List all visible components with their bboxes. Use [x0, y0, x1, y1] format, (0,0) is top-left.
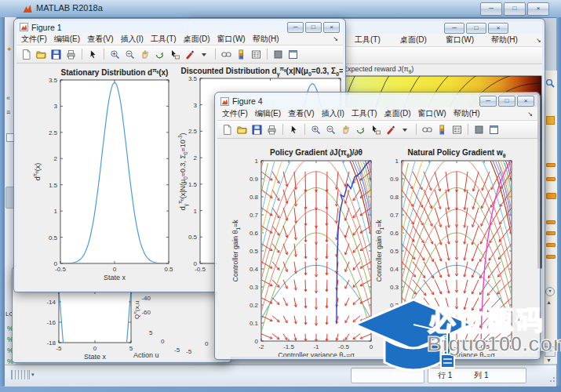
figure1-maximize-button[interactable]: □: [305, 22, 322, 33]
pan-icon[interactable]: [139, 49, 151, 60]
figure1-minimize-button[interactable]: ─: [287, 22, 304, 33]
insert-legend-icon[interactable]: [250, 49, 262, 60]
statusbar-col: 列 1: [474, 370, 488, 381]
menu-item[interactable]: 桌面(D): [384, 108, 411, 119]
menu-item[interactable]: 工具(T): [352, 108, 377, 119]
scroll-down-icon[interactable]: ▼: [546, 358, 552, 363]
figure4-close-button[interactable]: ×: [517, 96, 534, 107]
zoom-in-icon[interactable]: [109, 49, 121, 60]
menu-item[interactable]: 桌面(D): [184, 34, 210, 45]
caret-down-icon[interactable]: [199, 49, 210, 60]
maximize-pane-icon[interactable]: [287, 49, 299, 60]
maximize-pane-icon[interactable]: [488, 124, 500, 135]
rotate-3d-icon[interactable]: [355, 124, 366, 135]
message-indicator-icon[interactable]: [546, 116, 555, 125]
axis-tick-label: 0: [161, 338, 164, 345]
figureA-close-button[interactable]: ×: [488, 23, 508, 34]
warning-marker[interactable]: [546, 163, 556, 167]
statusbar-grip[interactable]: [11, 370, 30, 379]
warning-marker[interactable]: [546, 243, 556, 247]
figure4-canvas: -2-1.5-1-0.5000.10.20.30.40.50.60.70.80.…: [217, 139, 537, 357]
cursor-icon[interactable]: [288, 124, 300, 135]
warning-marker[interactable]: [546, 220, 556, 224]
statusbar-dropdown-icon[interactable]: ▾: [31, 372, 35, 378]
menu-item[interactable]: 工具(T): [355, 34, 381, 45]
collapse-icon[interactable]: «: [6, 94, 10, 102]
scroll-indicator-icon[interactable]: ▾: [545, 287, 555, 296]
zoom-out-icon[interactable]: [325, 124, 337, 135]
cursor-icon[interactable]: [87, 49, 99, 60]
figure4-maximize-button[interactable]: □: [498, 96, 515, 107]
matlab-maximize-button[interactable]: □: [504, 2, 526, 16]
x-tick-label: -0.5: [472, 343, 496, 350]
menu-item[interactable]: 插入(I): [120, 34, 143, 45]
new-doc-icon[interactable]: [221, 124, 233, 135]
link-plots-icon[interactable]: [220, 49, 232, 60]
z-tick-label: -40: [137, 295, 151, 302]
menu-item[interactable]: 文件(F): [222, 108, 248, 119]
insert-legend-icon[interactable]: [451, 124, 463, 135]
matlab-close-button[interactable]: ×: [527, 2, 549, 16]
menu-item[interactable]: 窗口(W): [446, 34, 474, 45]
menu-item[interactable]: 工具(T): [151, 34, 177, 45]
pan-icon[interactable]: [340, 124, 352, 135]
figure4-titlebar[interactable]: Figure 4 ─□×: [217, 95, 537, 107]
caret-down-icon[interactable]: [399, 124, 411, 135]
axis-tick-label: 5: [149, 329, 152, 336]
save-icon[interactable]: [251, 124, 263, 135]
print-icon[interactable]: [65, 49, 77, 60]
link-plots-icon[interactable]: [421, 124, 433, 135]
menu-item[interactable]: 编辑(E): [54, 34, 80, 45]
menu-item[interactable]: 帮助(H): [454, 108, 480, 119]
warning-marker[interactable]: [546, 193, 556, 199]
brush-icon[interactable]: [184, 49, 195, 60]
figure4-minimize-button[interactable]: ─: [479, 96, 497, 107]
figureA-maximize-button[interactable]: □: [466, 23, 486, 34]
y-tick-label: -16: [29, 319, 56, 326]
resize-grip[interactable]: [549, 373, 559, 383]
dock-figure-icon[interactable]: [473, 124, 485, 135]
menu-overflow-icon[interactable]: ↘: [333, 35, 338, 42]
scroll-up-icon[interactable]: ▲: [546, 299, 552, 305]
split-editor-icon[interactable]: ≡: [545, 347, 556, 357]
warning-marker[interactable]: [546, 231, 556, 235]
figure1-window-controls: ─□×: [287, 22, 340, 33]
figure1-titlebar[interactable]: Figure 1 ─□×: [16, 21, 343, 33]
menu-item[interactable]: 窗口(W): [217, 34, 246, 45]
figure1-close-button[interactable]: ×: [323, 22, 340, 33]
warning-marker[interactable]: [546, 177, 556, 181]
open-folder-icon[interactable]: [35, 49, 47, 60]
data-cursor-icon[interactable]: [169, 49, 180, 60]
figure-icon: [20, 23, 28, 31]
insert-colorbar-icon[interactable]: [235, 49, 247, 60]
print-icon[interactable]: [266, 124, 278, 135]
menu-item[interactable]: 查看(V): [87, 34, 113, 45]
menu-item[interactable]: 帮助(H): [253, 34, 279, 45]
dock-figure-icon[interactable]: [272, 49, 284, 60]
save-icon[interactable]: [50, 49, 62, 60]
menu-item[interactable]: 文件(F): [21, 34, 47, 45]
open-folder-icon[interactable]: [236, 124, 248, 135]
data-cursor-icon[interactable]: [370, 124, 381, 135]
search-icon[interactable]: [545, 78, 556, 89]
menu-item[interactable]: 桌面(D): [400, 34, 427, 45]
zoom-out-icon[interactable]: [124, 49, 136, 60]
matlab-minimize-button[interactable]: ─: [480, 2, 502, 16]
zoom-in-icon[interactable]: [310, 124, 322, 135]
list-icon[interactable]: ≡: [6, 108, 10, 116]
brush-icon[interactable]: [384, 124, 396, 135]
favorite-icon[interactable]: ✦: [6, 45, 13, 53]
menu-item[interactable]: 查看(V): [288, 108, 314, 119]
insert-colorbar-icon[interactable]: [436, 124, 448, 135]
menu-item[interactable]: 插入(I): [321, 108, 344, 119]
menu-item[interactable]: 编辑(E): [255, 108, 281, 119]
figure4-menubar: 文件(F)编辑(E)查看(V)插入(I)工具(T)桌面(D)窗口(W)帮助(H)…: [217, 107, 537, 121]
menu-overflow-icon[interactable]: ↘: [527, 111, 533, 118]
menu-overflow-icon[interactable]: ↘: [536, 37, 541, 44]
warning-marker[interactable]: [546, 255, 556, 259]
menu-item[interactable]: 窗口(W): [418, 108, 446, 119]
figureA-minimize-button[interactable]: ─: [444, 23, 464, 34]
rotate-3d-icon[interactable]: [154, 49, 166, 60]
menu-item[interactable]: 帮助(H): [491, 34, 518, 45]
new-doc-icon[interactable]: [20, 49, 32, 60]
